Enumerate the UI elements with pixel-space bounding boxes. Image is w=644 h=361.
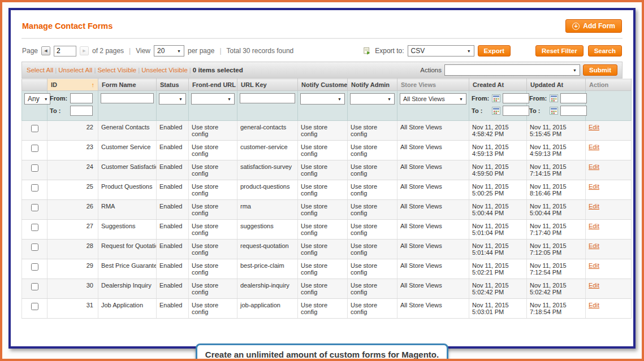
row-checkbox[interactable] bbox=[31, 283, 38, 290]
calendar-icon[interactable] bbox=[492, 107, 500, 115]
column-header-created-at[interactable]: Created At bbox=[469, 79, 527, 91]
updated-from-input[interactable] bbox=[560, 93, 587, 103]
select-visible-link[interactable]: Select Visible bbox=[97, 67, 136, 73]
cell-updated-at: Nov 11, 2015 8:16:46 PM bbox=[527, 180, 586, 200]
edit-link[interactable]: Edit bbox=[589, 302, 599, 308]
table-row[interactable]: 31 Job Application Enabled Use store con… bbox=[22, 299, 632, 319]
cell-store-views: All Store Views bbox=[397, 259, 469, 279]
column-header-id[interactable]: ↑ ID bbox=[47, 79, 98, 91]
cell-notify-customer: Use store config bbox=[298, 240, 348, 259]
table-row[interactable]: 30 Dealership Inquiry Enabled Use store … bbox=[22, 279, 632, 299]
cell-form-name: Suggestions bbox=[98, 220, 157, 240]
row-checkbox[interactable] bbox=[31, 204, 38, 211]
column-header-status[interactable]: Status bbox=[157, 79, 189, 91]
url-key-filter-input[interactable] bbox=[240, 93, 295, 103]
edit-link[interactable]: Edit bbox=[589, 282, 599, 289]
cell-notify-customer: Use store config bbox=[298, 279, 348, 299]
table-row[interactable]: 25 Product Questions Enabled Use store c… bbox=[22, 180, 632, 200]
notify-customer-filter-select[interactable]: ▼ bbox=[300, 93, 345, 105]
cell-notify-customer: Use store config bbox=[298, 121, 348, 141]
notify-admin-filter-select[interactable]: ▼ bbox=[350, 93, 395, 105]
status-filter-select[interactable]: ▼ bbox=[159, 93, 186, 105]
row-checkbox[interactable] bbox=[31, 243, 38, 251]
cell-notify-admin: Use store config bbox=[348, 200, 397, 220]
updated-to-input[interactable] bbox=[560, 106, 587, 116]
unselect-visible-link[interactable]: Unselect Visible bbox=[141, 67, 188, 73]
separator: | bbox=[188, 67, 193, 73]
cell-id: 30 bbox=[47, 279, 98, 299]
column-header-url-key[interactable]: URL Key bbox=[237, 79, 298, 91]
calendar-icon[interactable] bbox=[492, 94, 500, 102]
created-from-input[interactable] bbox=[503, 93, 529, 103]
table-row[interactable]: 27 Suggestions Enabled Use store config … bbox=[22, 220, 632, 240]
cell-store-views: All Store Views bbox=[397, 220, 469, 240]
cell-created-at: Nov 11, 2015 4:58:42 PM bbox=[469, 121, 527, 141]
export-format-select[interactable]: CSV ▼ bbox=[408, 45, 474, 56]
table-row[interactable]: 24 Customer Satisfaction Enabled Use sto… bbox=[22, 160, 632, 180]
grid-toolbar: Page ◀ ▶ of 2 pages | View 20 ▼ per page… bbox=[21, 44, 623, 62]
column-header-form-name[interactable]: Form Name bbox=[98, 79, 157, 91]
row-checkbox[interactable] bbox=[31, 184, 38, 192]
id-to-input[interactable] bbox=[70, 106, 93, 116]
export-button[interactable]: Export bbox=[478, 45, 511, 56]
cell-id: 25 bbox=[47, 180, 98, 200]
row-checkbox[interactable] bbox=[31, 263, 38, 271]
unselect-all-link[interactable]: Unselect All bbox=[58, 67, 92, 73]
view-per-page-value: 20 bbox=[157, 47, 165, 55]
edit-link[interactable]: Edit bbox=[589, 223, 599, 229]
frontend-url-filter-select[interactable]: ▼ bbox=[191, 93, 235, 105]
calendar-icon[interactable] bbox=[550, 94, 558, 102]
reset-filter-button[interactable]: Reset Filter bbox=[535, 45, 584, 56]
form-name-filter-input[interactable] bbox=[101, 93, 154, 103]
mass-select-mode-select[interactable]: Any ▼ bbox=[24, 93, 50, 105]
cell-form-name: General Contacts bbox=[98, 121, 157, 141]
cell-url-key: best-price-claim bbox=[237, 259, 298, 279]
search-button[interactable]: Search bbox=[588, 45, 622, 56]
column-header-frontend-url[interactable]: Front-end URL bbox=[189, 79, 237, 91]
export-format-value: CSV bbox=[411, 47, 425, 55]
row-checkbox[interactable] bbox=[31, 125, 38, 132]
cell-notify-admin: Use store config bbox=[348, 299, 397, 319]
table-row[interactable]: 22 General Contacts Enabled Use store co… bbox=[22, 121, 632, 141]
cell-url-key: suggestions bbox=[237, 220, 298, 240]
previous-page-button[interactable]: ◀ bbox=[41, 46, 50, 55]
cell-notify-admin: Use store config bbox=[348, 160, 397, 180]
cell-form-name: RMA bbox=[98, 200, 157, 220]
edit-link[interactable]: Edit bbox=[589, 203, 599, 210]
view-per-page-select[interactable]: 20 ▼ bbox=[154, 45, 184, 56]
row-checkbox[interactable] bbox=[31, 303, 38, 310]
created-to-input[interactable] bbox=[503, 106, 529, 116]
cell-status: Enabled bbox=[157, 200, 189, 220]
table-row[interactable]: 28 Request for Quotation Enabled Use sto… bbox=[22, 240, 632, 259]
page-number-input[interactable] bbox=[54, 46, 76, 56]
table-row[interactable]: 23 Customer Service Enabled Use store co… bbox=[22, 141, 632, 160]
column-header-updated-at[interactable]: Updated At bbox=[527, 79, 586, 91]
store-views-filter-select[interactable]: All Store Views ▼ bbox=[400, 93, 466, 105]
column-header-notify-customer[interactable]: Notify Customer bbox=[298, 79, 348, 91]
edit-link[interactable]: Edit bbox=[589, 262, 599, 269]
column-header-store-views[interactable]: Store Views bbox=[397, 79, 469, 91]
cell-id: 31 bbox=[47, 299, 98, 319]
row-checkbox[interactable] bbox=[31, 164, 38, 172]
row-checkbox[interactable] bbox=[31, 145, 38, 152]
select-all-link[interactable]: Select All bbox=[27, 67, 53, 73]
actions-controls: Actions ▼ Submit bbox=[420, 64, 617, 76]
edit-link[interactable]: Edit bbox=[589, 163, 599, 170]
edit-link[interactable]: Edit bbox=[589, 124, 599, 131]
actions-select[interactable]: ▼ bbox=[444, 64, 580, 76]
add-form-button[interactable]: + Add Form bbox=[565, 19, 622, 33]
row-checkbox[interactable] bbox=[31, 224, 38, 231]
column-header-notify-admin[interactable]: Notify Admin bbox=[348, 79, 397, 91]
table-row[interactable]: 29 Best Price Guarantee Enabled Use stor… bbox=[22, 259, 632, 279]
submit-button[interactable]: Submit bbox=[583, 64, 617, 76]
edit-link[interactable]: Edit bbox=[589, 183, 599, 190]
id-from-input[interactable] bbox=[70, 93, 93, 103]
cell-form-name: Customer Service bbox=[98, 141, 157, 160]
calendar-icon[interactable] bbox=[550, 107, 558, 115]
export-icon bbox=[363, 47, 371, 55]
edit-link[interactable]: Edit bbox=[589, 242, 599, 249]
edit-link[interactable]: Edit bbox=[589, 143, 599, 150]
cell-url-key: satisfaction-survey bbox=[237, 160, 298, 180]
table-row[interactable]: 26 RMA Enabled Use store config rma Use … bbox=[22, 200, 632, 220]
cell-notify-customer: Use store config bbox=[298, 180, 348, 200]
